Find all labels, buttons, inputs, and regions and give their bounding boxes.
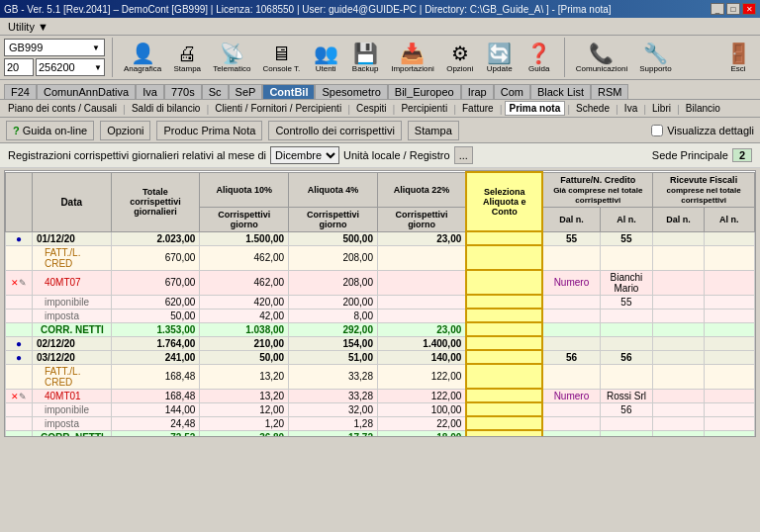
row-indicator: ✕✎	[6, 270, 33, 295]
row-daln2-cell	[653, 389, 704, 402]
tab-sc[interactable]: Sc	[202, 84, 229, 99]
supporto-button[interactable]: 🔧 Supporto	[635, 41, 675, 75]
menu-utility[interactable]: Utility ▼	[4, 19, 52, 35]
tab-blacklist[interactable]: Black List	[530, 84, 591, 99]
edit-row-icon[interactable]: ✎	[19, 392, 27, 401]
controllo-label: Controllo dei corrispettivi	[275, 125, 394, 136]
col-aln-header: Al n.	[600, 207, 653, 231]
close-button[interactable]: ✕	[742, 3, 756, 15]
row-daln-cell	[542, 430, 600, 437]
month-select[interactable]: Dicembre	[270, 146, 339, 164]
col-alq10-sub: Corrispettivigiorno	[200, 207, 289, 231]
subnav-libri[interactable]: Libri	[648, 102, 675, 115]
telematico-label: Telematico	[213, 64, 250, 73]
row-alq22-cell: 18,00	[377, 430, 466, 437]
tab-rsm[interactable]: RSM	[591, 84, 628, 99]
subnav-saldi[interactable]: Saldi di bilancio	[128, 102, 205, 115]
tab-com[interactable]: Com	[494, 84, 530, 99]
tab-bileuropeo[interactable]: Bil_Europeo	[388, 84, 461, 99]
anagrafica-button[interactable]: 👤 Anagrafica	[120, 41, 165, 75]
subnav-schede[interactable]: Schede	[572, 102, 614, 115]
update-button[interactable]: 🔄 Update	[482, 41, 518, 75]
stampa-action-button[interactable]: Stampa	[408, 121, 459, 140]
row-daln-cell: Numero	[542, 389, 600, 402]
subnav-clienti[interactable]: Clienti / Fornitori / Percipienti	[211, 102, 345, 115]
subnav-primanota[interactable]: Prima nota	[505, 101, 566, 116]
unita-button[interactable]: ...	[454, 146, 473, 164]
row-seleziona-cell	[466, 350, 542, 364]
subnav-piano[interactable]: Piano dei conts / Causali	[4, 102, 121, 115]
row-daln2-cell	[653, 402, 704, 416]
opzioni-button[interactable]: ⚙ Opzioni	[442, 41, 478, 75]
stampa-button[interactable]: 🖨 Stampa	[169, 41, 205, 75]
stampa-label: Stampa	[173, 64, 201, 73]
importazioni-button[interactable]: 📥 Importazioni	[387, 41, 438, 75]
row-total-cell: 670,00	[111, 270, 200, 295]
opzioni-action-button[interactable]: Opzioni	[100, 121, 150, 140]
close-row-icon[interactable]: ✕	[11, 278, 19, 288]
tab-f24[interactable]: F24	[4, 84, 37, 99]
tab-comun[interactable]: ComunAnnDativa	[37, 84, 136, 99]
close-row-icon[interactable]: ✕	[11, 392, 19, 401]
table-container[interactable]: Data Totalecorrispettivigiornalieri Aliq…	[4, 170, 756, 437]
row-seleziona-cell	[466, 309, 542, 322]
backup-button[interactable]: 💾 Backup	[347, 41, 383, 75]
edit-row-icon[interactable]: ✎	[19, 278, 27, 288]
sede-number: 2	[732, 148, 752, 162]
controllo-button[interactable]: Controllo dei corrispettivi	[268, 121, 401, 140]
tab-spesometro[interactable]: Spesometro	[315, 84, 387, 99]
gb-combo[interactable]: GB999▼	[4, 39, 105, 56]
tab-sep[interactable]: SeP	[229, 84, 263, 99]
tab-iva[interactable]: Iva	[136, 84, 164, 99]
comunicazioni-button[interactable]: 📞 Comunicazioni	[572, 41, 631, 75]
telematico-button[interactable]: 📡 Telematico	[209, 41, 254, 75]
row-alq10-cell: 462,00	[200, 245, 289, 270]
subnav-cespiti[interactable]: Cespiti	[352, 102, 391, 115]
col-indicator-header	[6, 172, 33, 231]
col-daln2-header: Dal n.	[653, 207, 704, 231]
utenti-button[interactable]: 👥 Utenti	[308, 41, 343, 75]
expand-icon[interactable]: ●	[16, 233, 22, 244]
consolet-button[interactable]: 🖥 Console T.	[259, 41, 305, 75]
subnav-bilancio[interactable]: Bilancio	[682, 102, 724, 115]
backup-icon: 💾	[353, 43, 378, 64]
guida-online-button[interactable]: ? Guida on-line	[6, 121, 94, 140]
visualizza-checkbox[interactable]	[651, 125, 663, 136]
produc-button[interactable]: Produc Prima Nota	[156, 121, 262, 140]
row-seleziona-cell	[466, 231, 542, 245]
row-alq10-cell: 42,00	[200, 309, 289, 322]
unita-text: Unità locale / Registro	[343, 149, 450, 161]
number-input[interactable]: 20	[4, 58, 34, 76]
guida-online-label: Guida on-line	[23, 125, 87, 136]
row-label-cell: imposta	[32, 416, 111, 430]
row-aln-cell	[600, 364, 653, 389]
subnav-fatture[interactable]: Fatture	[458, 102, 498, 115]
subnav-percipienti[interactable]: Percipienti	[397, 102, 451, 115]
row-aln2-cell	[704, 245, 754, 270]
row-aln2-cell	[704, 336, 754, 350]
minimize-button[interactable]: _	[711, 3, 724, 15]
opzioni-label: Opzioni	[446, 64, 473, 73]
nav-tabs-row1: F24 ComunAnnDativa Iva 770s Sc SeP ContB…	[0, 80, 760, 100]
expand-icon[interactable]: ●	[16, 352, 22, 363]
expand-icon[interactable]: ●	[16, 338, 22, 349]
row-total-cell: 2.023,00	[111, 231, 200, 245]
guida-button[interactable]: ❓ Guida	[522, 41, 557, 75]
row-indicator	[6, 364, 33, 389]
code-input[interactable]: 256200▼	[36, 58, 105, 76]
row-indicator	[6, 245, 33, 270]
table-row: imponibile144,0012,0032,00100,0056	[6, 402, 755, 416]
esci-button[interactable]: 🚪 Esci	[720, 41, 756, 75]
row-label-cell: imponibile	[32, 295, 111, 309]
maximize-button[interactable]: □	[726, 3, 740, 15]
row-aln2-cell	[704, 231, 754, 245]
subnav-iva[interactable]: Iva	[620, 102, 641, 115]
tab-irap[interactable]: Irap	[461, 84, 494, 99]
row-alq4-cell: 292,00	[289, 322, 378, 336]
tab-contbil[interactable]: ContBil	[262, 84, 315, 99]
row-label-cell: 40MT01	[32, 389, 111, 402]
anagrafica-icon: 👤	[131, 43, 155, 64]
tab-770s[interactable]: 770s	[164, 84, 202, 99]
row-alq22-cell: 23,00	[377, 231, 466, 245]
row-daln-cell	[542, 322, 600, 336]
